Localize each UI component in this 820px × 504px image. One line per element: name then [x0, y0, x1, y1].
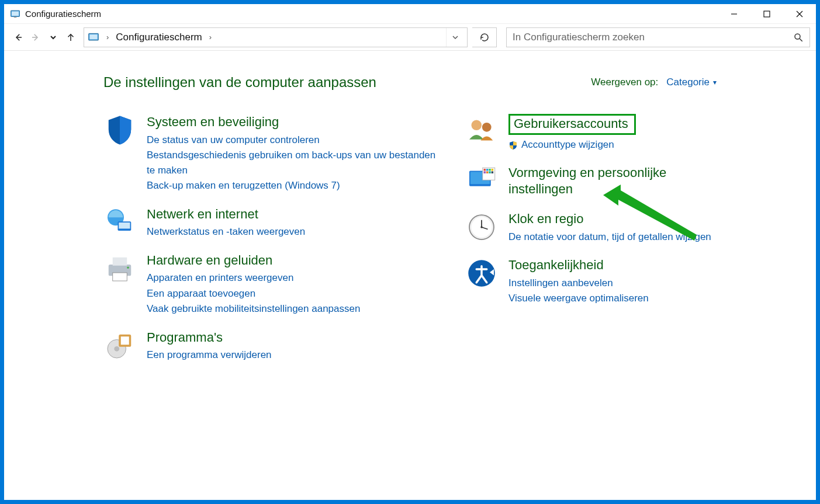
back-button[interactable]: [10, 29, 26, 46]
up-button[interactable]: [63, 29, 79, 46]
svg-rect-16: [119, 223, 130, 229]
maximize-button[interactable]: [750, 4, 783, 23]
category-sublink[interactable]: De status van uw computer controleren: [147, 133, 442, 148]
category-programs: Programma's Een programma verwijderen: [103, 329, 442, 363]
view-by-value-text: Categorie: [666, 77, 710, 88]
breadcrumb-chevron-icon[interactable]: ›: [207, 33, 214, 41]
accessibility-icon: [465, 257, 498, 290]
close-button[interactable]: [783, 4, 816, 23]
refresh-button[interactable]: [472, 27, 497, 47]
appearance-icon: [465, 165, 498, 197]
forward-button[interactable]: [27, 29, 44, 46]
svg-rect-24: [121, 336, 129, 345]
address-bar[interactable]: › Configuratiescherm ›: [84, 27, 468, 47]
svg-rect-18: [113, 257, 127, 265]
category-network: Netwerk en internet Netwerkstatus en -ta…: [103, 206, 442, 239]
category-sublink[interactable]: Netwerkstatus en -taken weergeven: [147, 224, 442, 239]
minimize-button[interactable]: [718, 4, 750, 23]
view-by-value[interactable]: Categorie ▾: [666, 77, 717, 88]
category-sublink[interactable]: Vaak gebruikte mobiliteitsinstellingen a…: [147, 301, 442, 317]
category-sublink[interactable]: Back-up maken en terugzetten (Windows 7): [147, 178, 442, 193]
address-control-panel-icon: [88, 32, 99, 43]
view-by: Weergeven op: Categorie ▾: [591, 77, 717, 88]
address-dropdown-button[interactable]: [446, 28, 463, 47]
view-by-label: Weergeven op:: [591, 77, 658, 88]
svg-rect-36: [489, 171, 491, 173]
svg-point-26: [482, 123, 492, 132]
svg-rect-30: [484, 169, 486, 171]
category-title[interactable]: Toegankelijkheid: [508, 257, 604, 273]
recent-locations-button[interactable]: [45, 29, 61, 46]
programs-icon: [103, 329, 136, 362]
search-box[interactable]: [506, 27, 810, 47]
printer-icon: [103, 252, 136, 285]
breadcrumb-item[interactable]: Configuratiescherm: [116, 32, 202, 43]
category-title[interactable]: Vormgeving en persoonlijke instellingen: [508, 165, 717, 197]
svg-rect-32: [489, 169, 491, 171]
svg-rect-31: [486, 169, 489, 171]
category-sublink[interactable]: Visuele weergave optimaliseren: [508, 291, 717, 306]
category-user-accounts: Gebruikersaccounts Accounttype wijzigen: [465, 114, 717, 152]
category-sublink[interactable]: Een programma verwijderen: [147, 347, 442, 363]
category-hardware: Hardware en geluiden Apparaten en printe…: [103, 252, 442, 317]
category-appearance: Vormgeving en persoonlijke instellingen: [465, 165, 717, 198]
clock-icon: [465, 211, 498, 244]
heading-row: De instellingen van de computer aanpasse…: [103, 74, 717, 91]
category-title[interactable]: Systeem en beveiliging: [147, 114, 279, 130]
svg-rect-19: [113, 273, 127, 281]
svg-rect-37: [492, 171, 494, 173]
nav-arrows: [10, 29, 79, 46]
category-clock-region: Klok en regio De notatie voor datum, tij…: [465, 211, 717, 244]
category-title-highlighted[interactable]: Gebruikersaccounts: [508, 114, 636, 135]
chevron-down-icon: ▾: [713, 78, 717, 86]
category-system-security: Systeem en beveiliging De status van uw …: [103, 114, 442, 193]
svg-point-22: [114, 346, 119, 351]
breadcrumb-chevron-icon[interactable]: ›: [104, 33, 111, 41]
shield-icon: [103, 114, 136, 147]
svg-rect-35: [486, 171, 489, 173]
titlebar: Configuratiescherm: [4, 4, 816, 24]
navigation-bar: › Configuratiescherm ›: [4, 24, 816, 51]
svg-line-13: [800, 39, 802, 41]
category-sublink[interactable]: Instellingen aanbevelen: [508, 276, 717, 291]
content-area: De instellingen van de computer aanpasse…: [4, 51, 816, 500]
svg-point-20: [127, 266, 129, 269]
globe-network-icon: [103, 206, 136, 239]
window-title: Configuratiescherm: [25, 9, 101, 19]
left-column: Systeem en beveiliging De status van uw …: [103, 114, 442, 363]
page-heading: De instellingen van de computer aanpasse…: [103, 74, 376, 91]
svg-point-25: [472, 120, 482, 131]
svg-rect-2: [14, 16, 17, 18]
category-sublink[interactable]: Accounttype wijzigen: [508, 137, 717, 152]
uac-shield-icon: [508, 140, 518, 149]
svg-point-12: [795, 34, 800, 39]
control-panel-app-icon: [10, 9, 20, 19]
category-sublink[interactable]: Bestandsgeschiedenis gebruiken om back-u…: [147, 148, 442, 178]
sublink-text: Accounttype wijzigen: [521, 137, 614, 152]
right-column: Gebruikersaccounts Accounttype wijzigen: [465, 114, 717, 363]
svg-rect-4: [764, 11, 770, 17]
category-columns: Systeem en beveiliging De status van uw …: [103, 114, 717, 363]
category-accessibility: Toegankelijkheid Instellingen aanbevelen…: [465, 257, 717, 306]
category-sublink[interactable]: Apparaten en printers weergeven: [147, 270, 442, 286]
category-title[interactable]: Hardware en geluiden: [147, 252, 272, 269]
svg-rect-33: [492, 169, 494, 171]
svg-rect-1: [12, 11, 19, 16]
category-sublink[interactable]: Een apparaat toevoegen: [147, 286, 442, 301]
control-panel-window: Configuratiescherm › Configuratiescherm …: [4, 4, 816, 500]
search-icon[interactable]: [793, 32, 804, 43]
svg-rect-34: [484, 171, 486, 173]
svg-point-42: [480, 226, 483, 228]
user-accounts-icon: [465, 114, 498, 147]
category-title[interactable]: Netwerk en internet: [147, 206, 258, 223]
svg-rect-11: [89, 34, 97, 39]
category-sublink[interactable]: De notatie voor datum, tijd of getallen …: [508, 230, 717, 245]
category-title[interactable]: Programma's: [147, 329, 223, 346]
search-input[interactable]: [513, 32, 793, 43]
category-title[interactable]: Klok en regio: [508, 211, 583, 227]
window-controls: [718, 4, 816, 23]
